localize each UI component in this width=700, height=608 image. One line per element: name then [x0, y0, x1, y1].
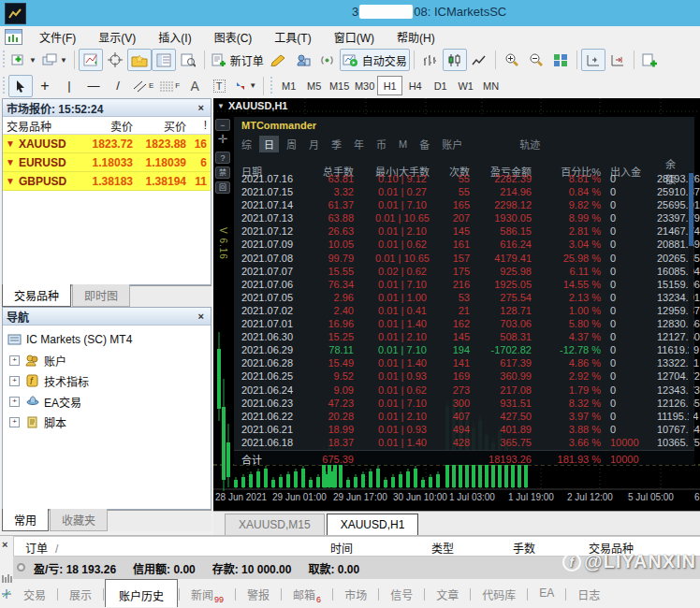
- toolbar-grip[interactable]: [2, 51, 6, 69]
- commander-row[interactable]: 2021.06.2220.280.01 | 2.10407427.503.97 …: [241, 410, 685, 423]
- toolbar-grip[interactable]: [2, 77, 6, 95]
- commander-row[interactable]: 2021.06.2815.490.01 | 1.40141617.394.86 …: [241, 356, 685, 369]
- market-watch-button[interactable]: [152, 49, 176, 71]
- crosshair-button[interactable]: [103, 49, 127, 71]
- new-order-button[interactable]: 新订单: [209, 49, 267, 71]
- new-chart-button[interactable]: ▼: [8, 49, 39, 71]
- bar-chart-button[interactable]: [418, 49, 443, 71]
- terminal-tab-邮箱[interactable]: 邮箱6: [283, 583, 331, 608]
- commander-row[interactable]: 2021.07.022.400.01 | 0.4121128.711.00 %0…: [241, 304, 685, 317]
- commander-row[interactable]: 2021.07.153.320.01 | 0.2755214.960.84 %0…: [241, 185, 685, 198]
- commander-tab-综[interactable]: 综: [241, 137, 252, 152]
- commander-row[interactable]: 2021.06.249.090.01 | 0.62273217.081.79 %…: [241, 384, 685, 397]
- menu-图表(C)[interactable]: 图表(C): [203, 27, 264, 47]
- expand-icon[interactable]: +: [9, 355, 20, 366]
- commander-tab-备[interactable]: 备: [419, 137, 430, 152]
- arrows-tool[interactable]: ▼: [231, 75, 259, 97]
- docked-toolbar-icon[interactable]: [1, 573, 12, 585]
- terminal-tab-新闻[interactable]: 新闻99: [181, 583, 234, 608]
- help-icon[interactable]: ?: [215, 152, 230, 164]
- commander-row[interactable]: 2021.07.0676.340.01 | 7.102161925.0514.5…: [241, 278, 685, 291]
- cursor-tool[interactable]: [8, 75, 33, 97]
- close-icon[interactable]: ×: [196, 102, 207, 113]
- market-watch-row[interactable]: ▼XAUUSD1823.721823.8816: [3, 135, 211, 153]
- text-label-tool[interactable]: T: [207, 75, 231, 97]
- commander-tab-账户[interactable]: 账户: [442, 137, 462, 152]
- commander-row[interactable]: 2021.07.0910.050.01 | 0.62161616.243.04 …: [241, 238, 685, 251]
- chevron-down-icon[interactable]: ▼: [60, 56, 67, 65]
- expand-icon[interactable]: +: [9, 376, 20, 386]
- tile-windows-button[interactable]: [548, 49, 573, 71]
- horizontal-line-tool[interactable]: —: [81, 75, 106, 97]
- commander-row[interactable]: 2021.06.3015.250.01 | 2.10145508.314.37 …: [241, 330, 685, 343]
- menu-工具(T)[interactable]: 工具(T): [263, 27, 322, 47]
- zoom-in-button[interactable]: [500, 49, 524, 71]
- expand-icon[interactable]: +: [9, 417, 20, 427]
- market-watch-header[interactable]: 市场报价: 15:52:24 ×: [3, 99, 211, 117]
- terminal-tab-展示[interactable]: 展示: [59, 583, 102, 606]
- candlestick-chart-button[interactable]: [443, 49, 467, 71]
- close-icon[interactable]: ×: [2, 539, 7, 550]
- market-watch-column-headers[interactable]: 交易品种卖价买价!: [3, 117, 211, 135]
- tab-交易品种[interactable]: 交易品种: [2, 284, 71, 307]
- timeframe-M30[interactable]: M30: [352, 76, 377, 95]
- commander-row[interactable]: 2021.07.0116.960.01 | 1.40162703.065.80 …: [241, 317, 685, 330]
- commander-row[interactable]: 2021.06.259.520.01 | 0.93169360.992.92 %…: [241, 369, 685, 383]
- menu-帮助(H)[interactable]: 帮助(H): [386, 27, 446, 47]
- terminal-tab-信号[interactable]: 信号: [380, 583, 423, 606]
- navigator-item-账户[interactable]: +账户: [7, 350, 211, 370]
- tab-收藏夹[interactable]: 收藏夹: [50, 509, 108, 531]
- navigator-item-脚本[interactable]: +脚本: [7, 412, 211, 432]
- metaeditor-button[interactable]: [267, 49, 291, 71]
- collapse-icon[interactable]: −: [215, 119, 230, 131]
- chevron-down-icon[interactable]: ▼: [217, 102, 225, 110]
- signals-button[interactable]: [315, 49, 340, 71]
- timeframe-H4[interactable]: H4: [402, 76, 428, 95]
- chevron-down-icon[interactable]: ▼: [249, 81, 256, 90]
- profiles-button[interactable]: [79, 49, 103, 71]
- column-time[interactable]: 时间: [330, 540, 353, 556]
- navigator-header[interactable]: 导航 ×: [3, 308, 211, 326]
- move-icon[interactable]: ✛: [215, 134, 230, 149]
- expand-icon[interactable]: +: [9, 397, 20, 407]
- navigator-item-IC Markets (SC) MT4[interactable]: IC Markets (SC) MT4: [7, 329, 211, 350]
- commander-row[interactable]: 2021.07.1226.630.01 | 2.10145586.152.81 …: [241, 224, 685, 238]
- commander-scrollbar[interactable]: [689, 171, 693, 446]
- timeframe-M15[interactable]: M15: [327, 76, 352, 95]
- chevron-down-icon[interactable]: ▼: [29, 56, 36, 65]
- timeframe-M1[interactable]: M1: [276, 76, 301, 95]
- commander-tab-月[interactable]: 月: [309, 137, 319, 152]
- text-tool[interactable]: A: [182, 75, 207, 97]
- commander-tab-周[interactable]: 周: [286, 137, 297, 152]
- commander-row[interactable]: 2021.06.1818.370.01 | 1.40428365.753.66 …: [241, 436, 685, 449]
- zoom-out-button[interactable]: [524, 49, 548, 71]
- menu-文件(F)[interactable]: 文件(F): [28, 27, 87, 47]
- terminal-tab-文章[interactable]: 文章: [426, 583, 469, 606]
- commander-tab-币[interactable]: 币: [376, 137, 386, 152]
- commander-tab-年[interactable]: 年: [354, 137, 364, 152]
- column-lots[interactable]: 手数: [513, 540, 535, 556]
- timeframe-W1[interactable]: W1: [453, 76, 478, 95]
- commander-tab-track[interactable]: 轨迹: [519, 137, 540, 152]
- terminal-tab-交易[interactable]: 交易: [13, 583, 56, 606]
- toolbar-grip[interactable]: [270, 77, 273, 95]
- terminal-tab-日志[interactable]: 日志: [567, 583, 610, 606]
- commander-tab-季[interactable]: 季: [331, 137, 342, 152]
- commander-tab-日[interactable]: 日: [259, 136, 279, 152]
- forbid-icon[interactable]: 禁: [215, 166, 230, 179]
- menu-显示(V)[interactable]: 显示(V): [87, 27, 147, 47]
- terminal-tab-警报[interactable]: 警报: [237, 583, 280, 606]
- menu-插入(I)[interactable]: 插入(I): [147, 27, 202, 47]
- equidistant-channel-tool[interactable]: E: [130, 75, 156, 97]
- terminal-tab-账户历史[interactable]: 账户历史: [105, 579, 178, 607]
- vertical-line-tool[interactable]: |: [57, 75, 81, 97]
- commander-row[interactable]: 2021.07.0899.790.01 | 10.651574179.4125.…: [241, 252, 685, 265]
- strategy-tester-button[interactable]: [291, 49, 315, 71]
- auto-trading-button[interactable]: 自动交易: [340, 49, 410, 71]
- chart-shift-button[interactable]: [581, 49, 605, 71]
- close-icon[interactable]: ×: [196, 311, 207, 322]
- chart-system-icon[interactable]: [5, 29, 22, 45]
- column-type[interactable]: 类型: [431, 540, 454, 556]
- commander-row[interactable]: 2021.07.1461.370.01 | 7.101652298.129.82…: [241, 198, 685, 211]
- navigator-item-技术指标[interactable]: +f技术指标: [7, 370, 211, 391]
